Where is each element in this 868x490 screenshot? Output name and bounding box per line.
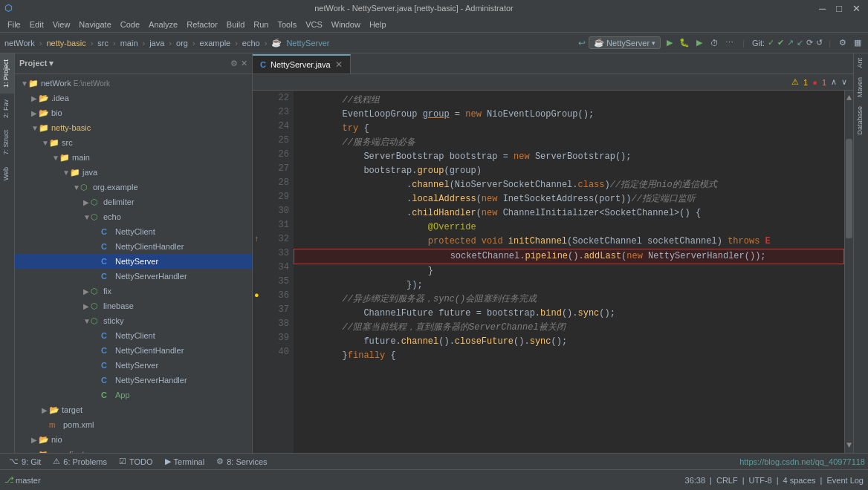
scroll-up-button[interactable]: ▲ (845, 91, 853, 105)
breadcrumb-java[interactable]: java (149, 39, 164, 48)
tree-item-sticky[interactable]: ▼ ⬡ sticky (15, 313, 252, 328)
breadcrumb-netty-basic[interactable]: netty-basic (46, 39, 85, 48)
scroll-down-button[interactable]: ▼ (845, 438, 853, 453)
tab-maven[interactable]: Maven (854, 73, 868, 102)
breadcrumb-nettyserver[interactable]: NettyServer (286, 39, 329, 48)
code-line-38: //阻塞当前线程，直到服务器的ServerChannel被关闭 (294, 321, 844, 335)
tab-ant[interactable]: Ant (854, 53, 868, 73)
ln-29: 29 (253, 189, 294, 203)
expand-icon[interactable]: ∨ (841, 77, 847, 87)
collapse-icon[interactable]: ∧ (831, 77, 837, 87)
arrow-linebase: ▶ (83, 302, 91, 310)
tree-item-src[interactable]: ▼ 📁 src (15, 135, 252, 150)
git-push-icon[interactable]: ↗ (787, 38, 794, 48)
minimize-button[interactable]: ─ (816, 3, 829, 14)
editor-scrollbar[interactable]: ▲ ▼ (844, 91, 853, 453)
tab-web[interactable]: Web (0, 161, 14, 186)
git-history-icon[interactable]: ⟳ (806, 38, 813, 48)
profile-button[interactable]: ⏱ (708, 37, 720, 49)
close-button[interactable]: ✕ (849, 3, 864, 14)
project-hide-icon[interactable]: ✕ (241, 59, 247, 68)
tree-item-sticky-nettyclient[interactable]: C NettyClient (15, 328, 252, 343)
run-button[interactable]: ▶ (664, 37, 676, 49)
bottom-tab-terminal[interactable]: ▶ Terminal (159, 455, 211, 468)
breadcrumb-main[interactable]: main (120, 39, 138, 48)
tree-item-org-example[interactable]: ▼ ⬡ org.example (15, 180, 252, 195)
scroll-track[interactable] (845, 105, 853, 438)
menu-navigate[interactable]: Navigate (74, 19, 115, 30)
tree-item-rpc-client[interactable]: ▶ 📂 rpc-client (15, 447, 252, 453)
tree-item-sticky-nettyclienthandler[interactable]: C NettyClientHandler (15, 343, 252, 358)
tree-item-nettyclienthandler[interactable]: C NettyClientHandler (15, 239, 252, 254)
menu-vcs[interactable]: VCS (301, 19, 327, 30)
project-gear-icon[interactable]: ⚙ (230, 59, 238, 68)
menu-build[interactable]: Build (222, 19, 249, 30)
tree-item-fix[interactable]: ▶ ⬡ fix (15, 284, 252, 298)
git-check-icon[interactable]: ✓ (768, 38, 774, 48)
code-area[interactable]: //线程组 EventLoopGroup group = new NioEven… (294, 91, 844, 453)
maximize-button[interactable]: □ (833, 3, 845, 14)
breadcrumb-echo[interactable]: echo (242, 39, 260, 48)
run-config-selector[interactable]: ☕ NettyServer ▾ (589, 36, 661, 49)
ln-35: 35 (253, 274, 294, 288)
event-log-icon[interactable]: Event Log (826, 476, 864, 485)
layout-icon[interactable]: ▦ (852, 37, 864, 49)
git-undo-icon[interactable]: ↺ (816, 38, 823, 48)
bottom-tab-services[interactable]: ⚙ 8: Services (210, 455, 273, 468)
tree-item-main[interactable]: ▼ 📁 main (15, 150, 252, 165)
tree-item-app[interactable]: C App (15, 388, 252, 402)
tree-item-netty-basic[interactable]: ▼ 📁 netty-basic (15, 120, 252, 135)
tree-item-sticky-nettyserverhandler[interactable]: C NettyServerHandler (15, 373, 252, 388)
navigate-back-icon[interactable]: ↩ (578, 38, 586, 48)
status-link[interactable]: https://blog.csdn.net/qq_40977118 (739, 457, 865, 466)
debug-button[interactable]: 🐛 (678, 37, 690, 49)
settings-icon[interactable]: ⚙ (837, 37, 849, 49)
tree-item-nettyserverhandler[interactable]: C NettyServerHandler (15, 269, 252, 284)
tree-item-idea[interactable]: ▶ 📂 .idea (15, 91, 252, 105)
folder-icon-main: 📁 (59, 153, 70, 163)
git-pull-icon[interactable]: ↙ (797, 38, 803, 48)
menu-code[interactable]: Code (116, 19, 144, 30)
tree-item-echo[interactable]: ▼ ⬡ echo (15, 209, 252, 224)
tree-item-netWork[interactable]: ▼ 📁 netWork E:\netWork (15, 76, 252, 91)
breadcrumb-example[interactable]: example (200, 39, 231, 48)
tab-close-button[interactable]: ✕ (335, 59, 343, 70)
menu-help[interactable]: Help (365, 19, 391, 30)
tree-item-delimiter[interactable]: ▶ ⬡ delimiter (15, 195, 252, 209)
ln-30: 30 (253, 203, 294, 218)
tree-item-linebase[interactable]: ▶ ⬡ linebase (15, 298, 252, 313)
menu-tools[interactable]: Tools (273, 19, 301, 30)
tree-item-java[interactable]: ▼ 📁 java (15, 165, 252, 180)
bottom-tab-problems[interactable]: ⚠ 6: Problems (47, 455, 113, 468)
breadcrumb-org[interactable]: org (176, 39, 188, 48)
menu-window[interactable]: Window (327, 19, 365, 30)
tree-item-nio[interactable]: ▶ 📂 nio (15, 432, 252, 447)
menu-refactor[interactable]: Refactor (182, 19, 222, 30)
editor-tab-nettyserver[interactable]: C NettyServer.java ✕ (253, 54, 351, 74)
tree-item-bio[interactable]: ▶ 📂 bio (15, 105, 252, 120)
menu-view[interactable]: View (48, 19, 75, 30)
tab-database[interactable]: Database (854, 102, 868, 140)
git-tick-icon[interactable]: ✔ (777, 38, 784, 48)
scroll-thumb[interactable] (846, 139, 852, 238)
coverage-button[interactable]: ▶ (693, 37, 705, 49)
menu-edit[interactable]: Edit (25, 19, 48, 30)
tab-structure[interactable]: 7: Struct (0, 124, 14, 161)
tree-item-nettyclient[interactable]: C NettyClient (15, 224, 252, 239)
menu-file[interactable]: File (3, 19, 25, 30)
editor-warnings-bar: ⚠ 1 ● 1 ∧ ∨ (253, 74, 853, 91)
tab-project[interactable]: 1: Project (0, 53, 14, 94)
ln-32: 32 ↑ (253, 232, 294, 246)
bottom-tab-git[interactable]: ⌥ 9: Git (3, 455, 47, 468)
tree-item-pom[interactable]: m pom.xml (15, 417, 252, 432)
tree-item-target[interactable]: ▶ 📂 target (15, 402, 252, 417)
menu-run[interactable]: Run (249, 19, 273, 30)
breadcrumb-netWork[interactable]: netWork (4, 39, 35, 48)
tab-favorites[interactable]: 2: Fav (0, 94, 14, 124)
more-actions-icon[interactable]: ⋯ (723, 37, 735, 49)
breadcrumb-src[interactable]: src (97, 39, 108, 48)
tree-item-sticky-nettyserver[interactable]: C NettyServer (15, 358, 252, 373)
menu-analyze[interactable]: Analyze (144, 19, 182, 30)
tree-item-nettyserver[interactable]: C NettyServer (15, 254, 252, 269)
bottom-tab-todo[interactable]: ☑ TODO (113, 455, 159, 468)
